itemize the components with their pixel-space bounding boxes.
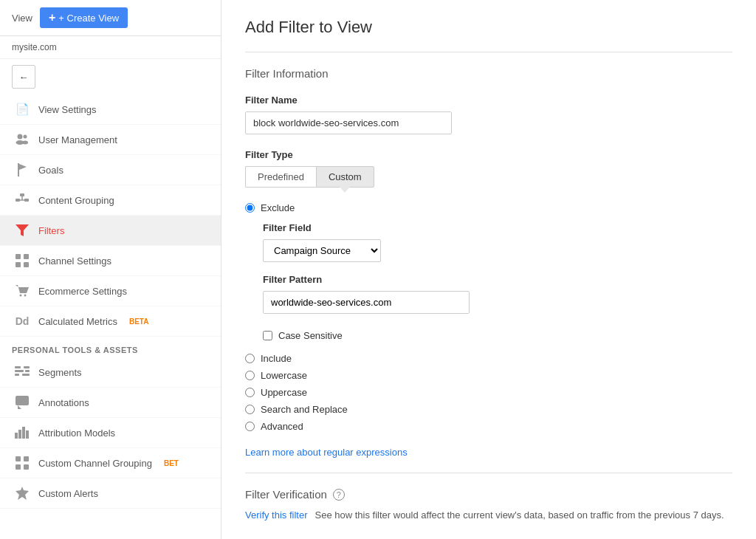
svg-rect-23 (22, 374, 30, 376)
svg-rect-12 (16, 254, 21, 259)
verify-row: Verify this filter See how this filter w… (245, 509, 732, 521)
sidebar-item-filters[interactable]: Filters (0, 216, 221, 246)
sidebar-item-goals[interactable]: Goals (0, 155, 221, 185)
beta-badge: BETA (129, 317, 148, 326)
alerts-icon (15, 486, 30, 501)
flag-icon (15, 162, 30, 177)
learn-more-link[interactable]: Learn more about regular expressions (245, 447, 732, 458)
filter-verification-label: Filter Verification ? (245, 488, 732, 501)
radio-uppercase[interactable]: Uppercase (245, 387, 732, 398)
advanced-radio[interactable] (245, 422, 255, 431)
svg-rect-15 (24, 262, 29, 267)
svg-point-16 (20, 295, 22, 297)
svg-point-3 (22, 141, 28, 145)
sidebar-item-custom-channel-grouping[interactable]: Custom Channel Grouping BET (0, 448, 221, 478)
filter-field-dropdown[interactable]: Campaign Source (263, 239, 381, 262)
exclude-section: Exclude Filter Field Campaign Source Fil… (245, 202, 732, 341)
uppercase-radio[interactable] (245, 388, 255, 397)
exclude-radio[interactable] (245, 203, 255, 213)
filter-info-section-label: Filter Information (245, 67, 732, 80)
sidebar-item-view-settings[interactable]: 📄 View Settings (0, 95, 221, 125)
annotations-icon (15, 395, 30, 410)
cart-icon (15, 284, 30, 298)
radio-include[interactable]: Include (245, 353, 732, 364)
svg-rect-18 (15, 366, 21, 368)
segments-label: Segments (38, 367, 82, 378)
svg-point-2 (24, 135, 27, 139)
case-sensitive-checkbox[interactable] (263, 331, 272, 340)
filter-name-label: Filter Name (245, 95, 732, 106)
radio-options-section: Include Lowercase Uppercase Search and R… (245, 353, 732, 432)
main-content: Add Filter to View Filter Information Fi… (221, 0, 756, 539)
svg-rect-27 (18, 430, 21, 439)
sidebar-item-user-management[interactable]: User Management (0, 125, 221, 155)
filter-pattern-area: Filter Pattern (263, 274, 732, 321)
svg-rect-20 (15, 374, 19, 376)
svg-marker-11 (16, 224, 29, 236)
case-sensitive-row: Case Sensitive (263, 330, 732, 341)
lowercase-label: Lowercase (261, 370, 307, 381)
svg-rect-14 (24, 254, 29, 259)
ecommerce-settings-label: Ecommerce Settings (38, 286, 127, 297)
lowercase-radio[interactable] (245, 371, 255, 380)
radio-advanced[interactable]: Advanced (245, 421, 732, 432)
view-label: View (12, 13, 32, 24)
filter-tab-custom[interactable]: Custom (316, 166, 374, 188)
users-icon (15, 132, 30, 147)
svg-rect-24 (16, 396, 29, 405)
user-management-label: User Management (38, 134, 117, 145)
filter-name-input[interactable] (245, 111, 452, 134)
channel-settings-label: Channel Settings (38, 255, 111, 267)
personal-section-label: PERSONAL TOOLS & ASSETS (0, 337, 221, 357)
help-icon[interactable]: ? (333, 489, 345, 501)
filter-pattern-label: Filter Pattern (263, 274, 732, 285)
filter-icon (15, 223, 30, 238)
case-sensitive-label: Case Sensitive (278, 330, 343, 341)
advanced-label: Advanced (261, 421, 303, 432)
create-view-button[interactable]: + + Create View (40, 7, 128, 28)
content-grouping-label: Content Grouping (38, 195, 114, 206)
svg-rect-13 (16, 262, 21, 267)
radio-lowercase[interactable]: Lowercase (245, 370, 732, 381)
include-radio[interactable] (245, 354, 255, 363)
sidebar-item-attribution-models[interactable]: Attribution Models (0, 418, 221, 448)
sidebar-item-channel-settings[interactable]: Channel Settings (0, 246, 221, 276)
exclude-radio-label[interactable]: Exclude (245, 202, 732, 213)
sidebar-item-custom-alerts[interactable]: Custom Alerts (0, 478, 221, 509)
search-replace-radio[interactable] (245, 405, 255, 414)
calculated-metrics-label: Calculated Metrics (38, 316, 117, 327)
filter-pattern-input[interactable] (263, 291, 470, 314)
svg-rect-21 (24, 366, 30, 368)
sidebar-item-segments[interactable]: Segments (0, 357, 221, 388)
radio-search-replace[interactable]: Search and Replace (245, 404, 732, 415)
custom-channel-grouping-label: Custom Channel Grouping (38, 458, 152, 469)
filter-tab-predefined[interactable]: Predefined (245, 166, 316, 188)
back-button[interactable]: ← (12, 65, 35, 89)
attribution-models-label: Attribution Models (38, 428, 115, 439)
svg-rect-32 (24, 456, 29, 461)
filter-type-tabs: Predefined Custom (245, 166, 732, 188)
include-label: Include (261, 353, 292, 364)
attribution-icon (15, 425, 30, 440)
search-replace-label: Search and Replace (261, 404, 348, 415)
page-title: Add Filter to View (245, 18, 732, 37)
svg-marker-25 (18, 405, 21, 409)
sidebar: View + + Create View mysite.com ← 📄 View… (0, 0, 221, 539)
svg-point-0 (18, 134, 23, 140)
grid-icon (15, 253, 30, 268)
goals-label: Goals (38, 165, 63, 176)
sidebar-item-calculated-metrics[interactable]: Dd Calculated Metrics BETA (0, 306, 221, 337)
verify-filter-link[interactable]: Verify this filter (245, 509, 308, 521)
sidebar-item-ecommerce-settings[interactable]: Ecommerce Settings (0, 276, 221, 306)
divider-2 (245, 473, 732, 473)
svg-rect-30 (16, 456, 21, 461)
svg-rect-19 (15, 370, 24, 372)
create-view-label: + Create View (58, 13, 119, 24)
sidebar-item-content-grouping[interactable]: Content Grouping (0, 185, 221, 216)
svg-rect-33 (24, 464, 29, 470)
plus-icon: + (49, 11, 55, 24)
segments-icon (15, 365, 30, 380)
sidebar-item-annotations[interactable]: Annotations (0, 388, 221, 418)
filter-field-area: Filter Field Campaign Source (263, 222, 732, 262)
filter-type-label: Filter Type (245, 149, 732, 160)
